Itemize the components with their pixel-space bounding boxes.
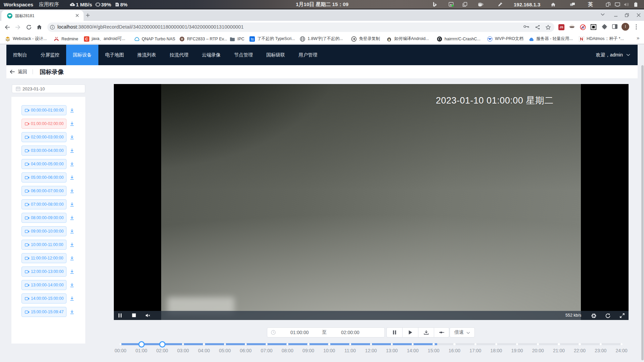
coffee-tray-icon[interactable]	[478, 0, 484, 9]
profile-avatar[interactable]: l	[622, 23, 629, 31]
date-picker-input[interactable]: 2023-01-10	[12, 84, 85, 93]
segment-button-5[interactable]: 05:00:00-06:00:00	[21, 172, 66, 183]
extension-square-icon[interactable]	[591, 24, 596, 30]
segment-button-0[interactable]: 00:00:00-01:00:00	[21, 105, 66, 115]
segment-button-12[interactable]: 12:00:00-13:00:00	[21, 267, 66, 277]
browser-tab[interactable]: 国标28181	[1, 10, 84, 21]
snapshot-icon[interactable]	[591, 313, 596, 318]
segment-button-1[interactable]: 01:00:00-02:00:00	[21, 119, 66, 129]
bookmark-star-icon[interactable]	[546, 25, 551, 30]
reload-button[interactable]	[26, 25, 32, 30]
nav-item-1[interactable]: 分屏监控	[34, 45, 66, 65]
address-bar[interactable]: localhost:38080/#/gbRecordDetail/3402000…	[47, 23, 554, 32]
page-scrollbar[interactable]	[641, 65, 644, 360]
password-key-icon[interactable]	[523, 25, 529, 28]
segment-button-15[interactable]: 15:00:00-15:09:47	[21, 307, 66, 317]
segment-button-4[interactable]: 04:00:00-05:00:00	[21, 159, 66, 169]
segment-button-8[interactable]: 08:00:00-09:00:00	[21, 213, 66, 223]
player-stop-icon[interactable]	[132, 313, 136, 317]
browser-menu-kebab-icon[interactable]	[636, 24, 637, 30]
segment-download-icon[interactable]	[70, 189, 74, 193]
bookmark-github-crashc[interactable]: hairrrrr/C-CrashC...	[437, 34, 480, 44]
bookmark-hdatmos[interactable]: HDAtmos :: 种子 *...	[579, 34, 624, 44]
segment-download-icon[interactable]	[70, 242, 74, 247]
segment-download-icon[interactable]	[70, 175, 74, 180]
download-button[interactable]	[418, 327, 434, 337]
color-picker-tray-icon[interactable]	[498, 0, 503, 9]
windows-network-tray-icon[interactable]	[570, 0, 575, 9]
nav-item-0[interactable]: 控制台	[6, 45, 34, 65]
video-player[interactable]: 2023-01-10 01:00:00 星期二 552 kb/s	[114, 84, 629, 320]
speed-dropdown[interactable]: 倍速	[450, 327, 475, 337]
nav-item-7[interactable]: 节点管理	[227, 45, 260, 65]
play-button[interactable]	[402, 327, 418, 337]
player-mute-icon[interactable]	[145, 313, 150, 318]
segment-button-2[interactable]: 02:00:00-03:00:00	[21, 132, 66, 142]
segment-download-icon[interactable]	[70, 310, 74, 314]
bookmark-rfc2833[interactable]: RFC2833 – RTP Ev...	[179, 34, 227, 44]
fullscreen-icon[interactable]	[620, 313, 625, 318]
bookmarks-overflow-chevron[interactable]: »	[637, 35, 639, 41]
segment-download-icon[interactable]	[70, 269, 74, 274]
extension-js-icon[interactable]: JS	[558, 24, 564, 30]
window-minimize-button[interactable]	[614, 13, 618, 17]
window-close-button[interactable]	[637, 13, 641, 17]
nav-item-9[interactable]: 用户管理	[292, 45, 324, 65]
tab-search-chevron-icon[interactable]	[601, 13, 605, 16]
segment-download-icon[interactable]	[70, 108, 74, 113]
extension-incognito-icon[interactable]	[569, 24, 575, 29]
segment-download-icon[interactable]	[70, 148, 74, 153]
timeline-end-handle[interactable]	[159, 341, 166, 348]
segment-download-icon[interactable]	[70, 283, 74, 287]
segment-button-14[interactable]: 14:00:00-15:00:00	[21, 293, 66, 304]
bookmark-webstack[interactable]: Webstack - 设计...	[5, 34, 47, 44]
bookmark-wvp-pro-doc[interactable]: WVP-PRO文档	[487, 34, 523, 44]
segment-download-icon[interactable]	[70, 162, 74, 166]
nav-item-8[interactable]: 国标级联	[260, 45, 292, 65]
side-panel-icon[interactable]	[612, 24, 617, 29]
bing-tray-icon[interactable]	[432, 0, 436, 9]
player-refresh-icon[interactable]	[605, 313, 610, 318]
extension-adblock-icon[interactable]	[580, 24, 586, 30]
bookmark-android-build[interactable]: 如何编译Android...	[386, 34, 429, 44]
clock[interactable]: 1月10日 星期二 15：09	[296, 0, 349, 9]
segment-button-3[interactable]: 03:00:00-04:00:00	[21, 146, 66, 156]
seek-button[interactable]	[434, 327, 449, 337]
segment-download-icon[interactable]	[70, 135, 74, 139]
timeline-start-handle[interactable]	[138, 341, 145, 348]
browser-home-button[interactable]	[37, 25, 42, 30]
screenshot-tray-icon[interactable]	[449, 0, 454, 9]
time-range-input[interactable]: 01:00:00 至 02:00:00	[267, 327, 385, 337]
extensions-puzzle-icon[interactable]	[602, 24, 607, 30]
segment-download-icon[interactable]	[70, 121, 74, 126]
nav-item-2[interactable]: 国标设备	[66, 45, 98, 65]
home-tray-icon[interactable]	[551, 0, 556, 9]
back-button[interactable]	[4, 25, 10, 30]
segment-download-icon[interactable]	[70, 256, 74, 260]
bookmark-java-android[interactable]: Cjava、android可...	[84, 34, 125, 44]
screen-rotate-tray-icon[interactable]	[606, 0, 610, 9]
new-tab-button[interactable]	[86, 13, 90, 17]
window-restore-button[interactable]	[625, 13, 629, 17]
tab-close-icon[interactable]	[76, 14, 79, 17]
bookmark-ipc[interactable]: IPC	[230, 34, 244, 44]
display-tray-icon[interactable]	[615, 0, 620, 9]
bookmark-copy-free[interactable]: 免登录复制	[351, 34, 380, 44]
nav-item-3[interactable]: 电子地图	[98, 45, 131, 65]
segment-button-9[interactable]: 09:00:00-10:00:00	[21, 226, 66, 236]
segment-button-10[interactable]: 10:00:00-11:00:00	[21, 240, 66, 250]
end-time-value[interactable]: 02:00:00	[330, 328, 370, 337]
share-icon[interactable]	[535, 25, 540, 30]
workspaces-button[interactable]: Workspaces	[4, 0, 33, 9]
clipboard-tray-icon[interactable]	[462, 0, 467, 9]
bookmark-article[interactable]: 1.8W字|了不起的...	[300, 34, 343, 44]
user-menu[interactable]: 欢迎，admin	[596, 45, 630, 65]
segment-download-icon[interactable]	[70, 229, 74, 234]
bookmark-qnap[interactable]: QNAP Turbo NAS	[134, 34, 175, 44]
nav-item-6[interactable]: 云端录像	[195, 45, 227, 65]
nav-item-4[interactable]: 推流列表	[131, 45, 163, 65]
input-method-indicator[interactable]: 英	[588, 0, 593, 9]
applications-menu[interactable]: 应用程序	[39, 0, 59, 9]
segment-button-11[interactable]: 11:00:00-12:00:00	[21, 253, 66, 263]
segment-button-6[interactable]: 06:00:00-07:00:00	[21, 186, 66, 196]
